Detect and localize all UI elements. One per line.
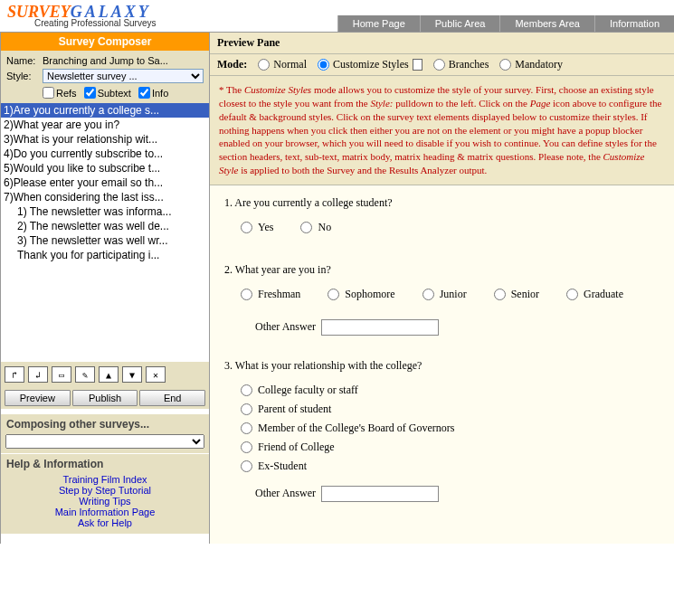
q3-text[interactable]: 3. What is your relationship with the co… bbox=[224, 359, 660, 373]
q3-opt[interactable]: College faculty or staff bbox=[241, 384, 660, 397]
publish-button[interactable]: Publish bbox=[72, 390, 138, 406]
help-link[interactable]: Writing Tips bbox=[1, 496, 209, 507]
tool-btn-2[interactable]: ↲ bbox=[28, 366, 48, 383]
composer-title: Survey Composer bbox=[1, 33, 209, 51]
end-button[interactable]: End bbox=[139, 390, 205, 406]
check-refs[interactable]: Refs bbox=[43, 87, 77, 99]
help-link[interactable]: Main Information Page bbox=[1, 507, 209, 517]
mode-mandatory[interactable]: Mandatory bbox=[499, 58, 563, 71]
tagline: Creating Professional Surveys bbox=[34, 18, 157, 28]
q3-other-input[interactable] bbox=[321, 486, 439, 502]
nav-members[interactable]: Members Area bbox=[499, 15, 594, 32]
compose-other-select[interactable] bbox=[5, 434, 204, 449]
nav-public[interactable]: Public Area bbox=[420, 15, 500, 32]
survey-name: Branching and Jump to Sa... bbox=[43, 55, 168, 66]
style-select[interactable]: Newsletter survey ... bbox=[43, 69, 204, 83]
mode-label: Mode: bbox=[217, 58, 247, 71]
q1-opt-yes[interactable]: Yes bbox=[241, 221, 273, 234]
q3-opt[interactable]: Member of the College's Board of Governo… bbox=[241, 422, 660, 435]
name-label: Name: bbox=[6, 55, 43, 66]
q1-opt-no[interactable]: No bbox=[300, 221, 331, 234]
q2-opt[interactable]: Graduate bbox=[566, 288, 623, 301]
logo-block: SURVEYGALAXY Creating Professional Surve… bbox=[0, 0, 164, 32]
list-item[interactable]: 6)Please enter your email so th... bbox=[1, 175, 209, 190]
list-item[interactable]: 4)Do you currently subscribe to... bbox=[1, 147, 209, 161]
compose-other-title: Composing other surveys... bbox=[1, 414, 209, 434]
style-label: Style: bbox=[6, 71, 43, 81]
page-icon[interactable] bbox=[413, 59, 422, 71]
nav-home[interactable]: Home Page bbox=[337, 15, 420, 32]
q3-other-label: Other Answer bbox=[255, 487, 316, 500]
question-3: 3. What is your relationship with the co… bbox=[224, 359, 660, 502]
mode-customize[interactable]: Customize Styles bbox=[318, 58, 422, 71]
preview-button[interactable]: Preview bbox=[5, 390, 71, 406]
list-item[interactable]: 7)When considering the last iss... bbox=[1, 190, 209, 204]
edit-icon[interactable]: ✎ bbox=[75, 366, 95, 383]
q2-other-input[interactable] bbox=[321, 319, 439, 336]
nav-information[interactable]: Information bbox=[594, 15, 674, 32]
move-up-icon[interactable]: ▲ bbox=[99, 366, 119, 383]
tool-btn-3[interactable]: ▭ bbox=[52, 366, 71, 383]
q2-opt[interactable]: Freshman bbox=[241, 288, 300, 301]
left-panel: Survey Composer Name: Branching and Jump… bbox=[0, 33, 210, 544]
question-1: 1. Are you currently a college student? … bbox=[224, 196, 660, 240]
q2-other-label: Other Answer bbox=[255, 320, 316, 334]
header: SURVEYGALAXY Creating Professional Surve… bbox=[0, 0, 674, 33]
question-2: 2. What year are you in? Freshman Sophom… bbox=[224, 263, 660, 336]
q3-opt[interactable]: Ex-Student bbox=[241, 460, 660, 473]
customize-note: * The Customize Styles mode allows you t… bbox=[210, 76, 674, 185]
list-item[interactable]: 2) The newsletter was well de... bbox=[1, 219, 209, 233]
list-item[interactable]: Thank you for participating i... bbox=[1, 248, 209, 262]
tool-btn-1[interactable]: ↱ bbox=[5, 366, 24, 383]
q1-text[interactable]: 1. Are you currently a college student? bbox=[224, 196, 660, 210]
list-item[interactable]: 1)Are you currently a college s... bbox=[1, 103, 209, 118]
q2-opt[interactable]: Junior bbox=[422, 288, 467, 301]
mode-normal[interactable]: Normal bbox=[258, 58, 307, 71]
toolbar: ↱ ↲ ▭ ✎ ▲ ▼ ✕ bbox=[1, 362, 209, 387]
mode-branches[interactable]: Branches bbox=[433, 58, 489, 71]
preview-pane-title: Preview Pane bbox=[210, 33, 674, 54]
mode-row: Mode: Normal Customize Styles Branches M… bbox=[210, 54, 674, 76]
help-link[interactable]: Step by Step Tutorial bbox=[1, 485, 209, 496]
list-item[interactable]: 5)Would you like to subscribe t... bbox=[1, 161, 209, 175]
question-list[interactable]: 1)Are you currently a college s... 2)Wha… bbox=[1, 103, 209, 362]
check-subtext[interactable]: Subtext bbox=[84, 87, 131, 99]
q3-opt[interactable]: Friend of College bbox=[241, 441, 660, 454]
list-item[interactable]: 3)What is your relationship wit... bbox=[1, 132, 209, 147]
list-item[interactable]: 2)What year are you in? bbox=[1, 118, 209, 132]
list-item[interactable]: 1) The newsletter was informa... bbox=[1, 204, 209, 219]
q2-opt[interactable]: Senior bbox=[494, 288, 539, 301]
q2-opt[interactable]: Sophomore bbox=[328, 288, 394, 301]
help-title: Help & Information bbox=[1, 453, 209, 474]
help-link[interactable]: Ask for Help bbox=[1, 517, 209, 528]
delete-icon[interactable]: ✕ bbox=[146, 366, 166, 383]
help-link[interactable]: Training Film Index bbox=[1, 474, 209, 485]
list-item[interactable]: 3) The newsletter was well wr... bbox=[1, 233, 209, 248]
preview-pane: Preview Pane Mode: Normal Customize Styl… bbox=[210, 33, 674, 544]
q2-text[interactable]: 2. What year are you in? bbox=[224, 263, 660, 277]
move-down-icon[interactable]: ▼ bbox=[122, 366, 142, 383]
q3-opt[interactable]: Parent of student bbox=[241, 403, 660, 416]
check-info[interactable]: Info bbox=[138, 87, 168, 99]
top-nav: Home Page Public Area Members Area Infor… bbox=[337, 15, 674, 32]
